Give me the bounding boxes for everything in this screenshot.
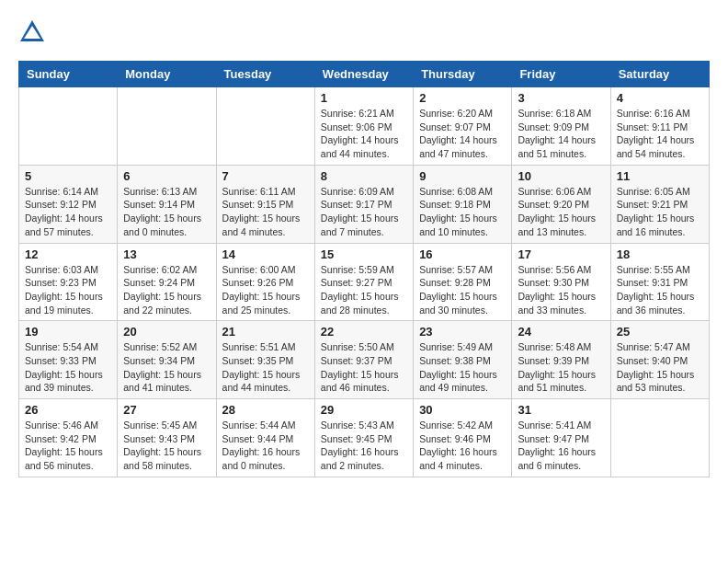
day-number: 3 (518, 91, 604, 105)
day-cell (610, 399, 709, 477)
day-number: 30 (419, 403, 506, 417)
day-number: 21 (222, 325, 309, 339)
week-row-1: 5Sunrise: 6:14 AMSunset: 9:12 PMDaylight… (19, 165, 710, 243)
page-header (18, 18, 710, 46)
day-info: Sunrise: 6:09 AMSunset: 9:17 PMDaylight:… (321, 185, 407, 239)
day-cell: 25Sunrise: 5:47 AMSunset: 9:40 PMDayligh… (610, 321, 709, 399)
day-number: 10 (518, 169, 604, 183)
calendar-table: SundayMondayTuesdayWednesdayThursdayFrid… (18, 61, 710, 477)
day-number: 5 (25, 169, 111, 183)
day-info: Sunrise: 5:49 AMSunset: 9:38 PMDaylight:… (419, 340, 506, 395)
day-cell: 12Sunrise: 6:03 AMSunset: 9:23 PMDayligh… (19, 243, 118, 321)
day-number: 11 (617, 169, 703, 183)
day-info: Sunrise: 5:50 AMSunset: 9:37 PMDaylight:… (321, 340, 407, 395)
day-number: 15 (321, 247, 407, 261)
day-number: 29 (321, 403, 407, 417)
day-cell: 15Sunrise: 5:59 AMSunset: 9:27 PMDayligh… (314, 243, 413, 321)
day-cell: 1Sunrise: 6:21 AMSunset: 9:06 PMDaylight… (314, 87, 413, 166)
day-number: 4 (617, 91, 703, 105)
day-number: 23 (419, 325, 506, 339)
day-info: Sunrise: 6:21 AMSunset: 9:06 PMDaylight:… (321, 107, 407, 161)
day-info: Sunrise: 5:54 AMSunset: 9:33 PMDaylight:… (25, 340, 111, 395)
day-number: 12 (25, 247, 111, 261)
day-cell: 23Sunrise: 5:49 AMSunset: 9:38 PMDayligh… (414, 321, 512, 399)
day-cell: 28Sunrise: 5:44 AMSunset: 9:44 PMDayligh… (216, 399, 314, 477)
day-info: Sunrise: 6:02 AMSunset: 9:24 PMDaylight:… (123, 263, 210, 317)
weekday-header-saturday: Saturday (610, 62, 709, 87)
week-row-0: 1Sunrise: 6:21 AMSunset: 9:06 PMDaylight… (19, 87, 710, 166)
day-cell: 17Sunrise: 5:56 AMSunset: 9:30 PMDayligh… (512, 243, 610, 321)
day-number: 17 (518, 247, 604, 261)
day-cell: 11Sunrise: 6:05 AMSunset: 9:21 PMDayligh… (610, 165, 709, 243)
day-cell: 7Sunrise: 6:11 AMSunset: 9:15 PMDaylight… (216, 165, 314, 243)
day-info: Sunrise: 6:03 AMSunset: 9:23 PMDaylight:… (25, 263, 111, 317)
day-cell: 19Sunrise: 5:54 AMSunset: 9:33 PMDayligh… (19, 321, 118, 399)
day-number: 2 (419, 91, 506, 105)
day-info: Sunrise: 5:41 AMSunset: 9:47 PMDaylight:… (518, 419, 604, 473)
day-info: Sunrise: 6:06 AMSunset: 9:20 PMDaylight:… (518, 185, 604, 239)
day-info: Sunrise: 6:08 AMSunset: 9:18 PMDaylight:… (419, 185, 506, 239)
weekday-header-friday: Friday (512, 62, 610, 87)
day-info: Sunrise: 6:16 AMSunset: 9:11 PMDaylight:… (617, 107, 703, 161)
weekday-header-monday: Monday (118, 62, 216, 87)
day-number: 18 (617, 247, 703, 261)
day-cell (216, 87, 314, 166)
day-info: Sunrise: 5:42 AMSunset: 9:46 PMDaylight:… (419, 419, 506, 473)
day-cell: 31Sunrise: 5:41 AMSunset: 9:47 PMDayligh… (512, 399, 610, 477)
day-cell: 21Sunrise: 5:51 AMSunset: 9:35 PMDayligh… (216, 321, 314, 399)
day-cell: 10Sunrise: 6:06 AMSunset: 9:20 PMDayligh… (512, 165, 610, 243)
day-info: Sunrise: 5:46 AMSunset: 9:42 PMDaylight:… (25, 419, 111, 473)
day-cell: 3Sunrise: 6:18 AMSunset: 9:09 PMDaylight… (512, 87, 610, 166)
day-number: 26 (25, 403, 111, 417)
day-number: 27 (123, 403, 210, 417)
day-number: 24 (518, 325, 604, 339)
day-cell: 5Sunrise: 6:14 AMSunset: 9:12 PMDaylight… (19, 165, 118, 243)
day-cell: 16Sunrise: 5:57 AMSunset: 9:28 PMDayligh… (414, 243, 512, 321)
day-number: 20 (123, 325, 210, 339)
weekday-header-row: SundayMondayTuesdayWednesdayThursdayFrid… (19, 62, 710, 87)
day-info: Sunrise: 6:20 AMSunset: 9:07 PMDaylight:… (419, 107, 506, 161)
day-number: 25 (617, 325, 703, 339)
day-info: Sunrise: 5:45 AMSunset: 9:43 PMDaylight:… (123, 419, 210, 473)
day-cell: 2Sunrise: 6:20 AMSunset: 9:07 PMDaylight… (414, 87, 512, 166)
day-number: 13 (123, 247, 210, 261)
day-info: Sunrise: 5:56 AMSunset: 9:30 PMDaylight:… (518, 263, 604, 317)
day-info: Sunrise: 5:43 AMSunset: 9:45 PMDaylight:… (321, 419, 407, 473)
day-cell: 27Sunrise: 5:45 AMSunset: 9:43 PMDayligh… (118, 399, 216, 477)
week-row-3: 19Sunrise: 5:54 AMSunset: 9:33 PMDayligh… (19, 321, 710, 399)
logo (18, 18, 50, 46)
day-number: 31 (518, 403, 604, 417)
day-info: Sunrise: 5:55 AMSunset: 9:31 PMDaylight:… (617, 263, 703, 317)
day-info: Sunrise: 6:18 AMSunset: 9:09 PMDaylight:… (518, 107, 604, 161)
day-cell (19, 87, 118, 166)
day-number: 19 (25, 325, 111, 339)
day-cell: 18Sunrise: 5:55 AMSunset: 9:31 PMDayligh… (610, 243, 709, 321)
day-cell: 14Sunrise: 6:00 AMSunset: 9:26 PMDayligh… (216, 243, 314, 321)
week-row-4: 26Sunrise: 5:46 AMSunset: 9:42 PMDayligh… (19, 399, 710, 477)
day-info: Sunrise: 5:48 AMSunset: 9:39 PMDaylight:… (518, 340, 604, 395)
day-info: Sunrise: 5:59 AMSunset: 9:27 PMDaylight:… (321, 263, 407, 317)
day-number: 14 (222, 247, 309, 261)
day-cell: 4Sunrise: 6:16 AMSunset: 9:11 PMDaylight… (610, 87, 709, 166)
weekday-header-thursday: Thursday (414, 62, 512, 87)
day-info: Sunrise: 6:05 AMSunset: 9:21 PMDaylight:… (617, 185, 703, 239)
weekday-header-tuesday: Tuesday (216, 62, 314, 87)
day-info: Sunrise: 5:51 AMSunset: 9:35 PMDaylight:… (222, 340, 309, 395)
day-cell: 9Sunrise: 6:08 AMSunset: 9:18 PMDaylight… (414, 165, 512, 243)
day-cell: 29Sunrise: 5:43 AMSunset: 9:45 PMDayligh… (314, 399, 413, 477)
day-number: 9 (419, 169, 506, 183)
day-cell: 6Sunrise: 6:13 AMSunset: 9:14 PMDaylight… (118, 165, 216, 243)
day-cell (118, 87, 216, 166)
day-info: Sunrise: 5:52 AMSunset: 9:34 PMDaylight:… (123, 340, 210, 395)
logo-icon (18, 18, 46, 46)
day-info: Sunrise: 5:44 AMSunset: 9:44 PMDaylight:… (222, 419, 309, 473)
day-cell: 24Sunrise: 5:48 AMSunset: 9:39 PMDayligh… (512, 321, 610, 399)
day-cell: 22Sunrise: 5:50 AMSunset: 9:37 PMDayligh… (314, 321, 413, 399)
day-number: 7 (222, 169, 309, 183)
day-cell: 13Sunrise: 6:02 AMSunset: 9:24 PMDayligh… (118, 243, 216, 321)
day-number: 6 (123, 169, 210, 183)
day-info: Sunrise: 6:11 AMSunset: 9:15 PMDaylight:… (222, 185, 309, 239)
day-info: Sunrise: 6:14 AMSunset: 9:12 PMDaylight:… (25, 185, 111, 239)
day-number: 8 (321, 169, 407, 183)
weekday-header-wednesday: Wednesday (314, 62, 413, 87)
